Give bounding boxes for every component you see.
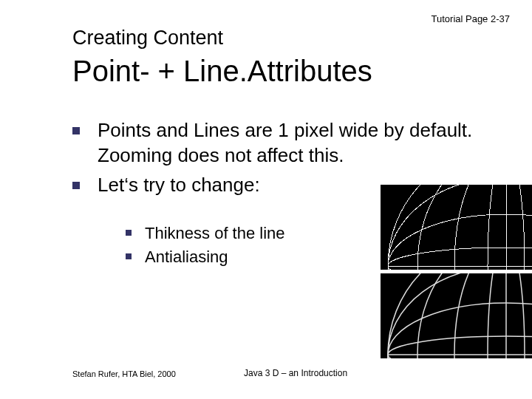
wireframe-sphere-aliased <box>381 185 532 270</box>
list-item-text: Thikness of the line <box>145 224 285 242</box>
sub-list: Thikness of the line Antialiasing <box>126 222 285 269</box>
square-bullet-icon <box>126 253 132 259</box>
footer-author: Stefan Rufer, HTA Biel, 2000 <box>72 369 176 378</box>
svg-point-2 <box>388 214 532 270</box>
svg-point-13 <box>417 273 532 358</box>
section-title: Creating Content <box>72 27 223 50</box>
page-number: Tutorial Page 2-37 <box>432 13 510 24</box>
list-item-text: Let‘s try to change: <box>98 174 260 196</box>
footer-title: Java 3 D – an Introduction <box>244 368 347 378</box>
square-bullet-icon <box>72 127 80 134</box>
svg-point-4 <box>417 185 532 270</box>
square-bullet-icon <box>72 182 80 189</box>
svg-point-0 <box>388 185 532 270</box>
slide-title: Point- + Line.Attributes <box>72 55 372 88</box>
svg-point-14 <box>454 273 532 358</box>
list-item: Points and Lines are 1 pixel wide by def… <box>72 118 508 168</box>
wireframe-sphere-antialiased <box>381 273 532 358</box>
list-item: Antialiasing <box>126 245 285 269</box>
list-item-text: Points and Lines are 1 pixel wide by def… <box>98 119 472 166</box>
svg-point-9 <box>388 273 532 358</box>
svg-point-11 <box>388 303 532 358</box>
square-bullet-icon <box>126 230 132 236</box>
list-item: Thikness of the line <box>126 222 285 245</box>
list-item-text: Antialiasing <box>145 248 228 266</box>
svg-point-5 <box>454 185 532 270</box>
